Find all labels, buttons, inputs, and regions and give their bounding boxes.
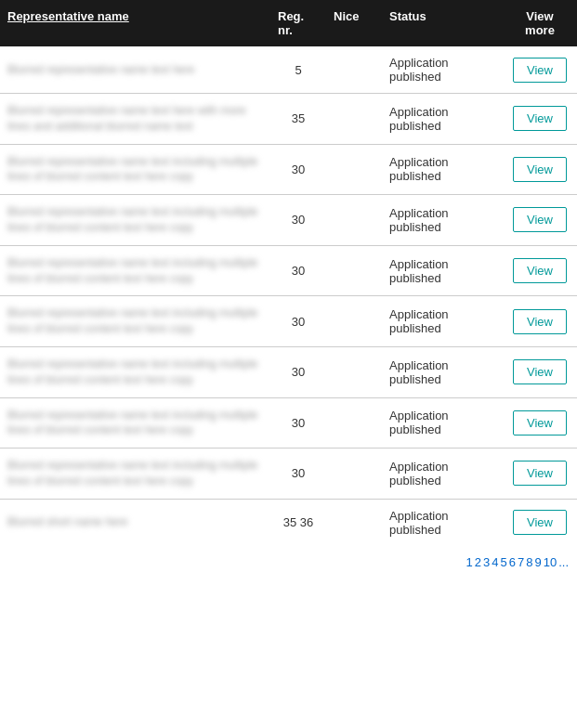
pagination-page-6[interactable]: 6 xyxy=(509,555,516,569)
pagination-page-9[interactable]: 9 xyxy=(534,555,541,569)
cell-representative-name: Blurred representative name text includi… xyxy=(0,448,270,500)
cell-nice xyxy=(326,397,382,448)
cell-representative-name: Blurred representative name text here wi… xyxy=(0,94,270,145)
cell-representative-name: Blurred representative name text includi… xyxy=(0,195,270,246)
view-button[interactable]: View xyxy=(513,157,567,182)
cell-representative-name: Blurred short name here xyxy=(0,499,270,546)
cell-representative-name: Blurred representative name text includi… xyxy=(0,296,270,347)
table-row: Blurred representative name text includi… xyxy=(0,448,577,500)
cell-nice xyxy=(326,499,382,546)
cell-nice xyxy=(326,296,382,347)
table-header-row: Representative name Reg. nr. Nice Status… xyxy=(0,0,577,46)
cell-status: Application published xyxy=(382,499,503,546)
view-button[interactable]: View xyxy=(513,461,567,486)
cell-representative-name: Blurred representative name text includi… xyxy=(0,346,270,397)
table-row: Blurred representative name text includi… xyxy=(0,346,577,397)
cell-view: View xyxy=(503,46,577,94)
table-row: Blurred representative name text here5Ap… xyxy=(0,46,577,94)
cell-status: Application published xyxy=(382,346,503,397)
cell-nice xyxy=(326,46,382,94)
cell-view: View xyxy=(503,296,577,347)
cell-nice xyxy=(326,94,382,145)
pagination-page-8[interactable]: 8 xyxy=(526,555,532,569)
cell-representative-name: Blurred representative name text includi… xyxy=(0,245,270,296)
cell-reg-nr: 30 xyxy=(270,195,326,246)
cell-view: View xyxy=(503,245,577,296)
pagination-page-5[interactable]: 5 xyxy=(501,555,507,569)
cell-representative-name: Blurred representative name text includi… xyxy=(0,144,270,195)
view-button[interactable]: View xyxy=(513,58,567,83)
cell-view: View xyxy=(503,94,577,145)
pagination-page-2[interactable]: 2 xyxy=(475,555,481,569)
pagination-page-1[interactable]: 1 xyxy=(466,555,473,569)
table-row: Blurred representative name text includi… xyxy=(0,245,577,296)
view-button[interactable]: View xyxy=(513,410,567,436)
view-button[interactable]: View xyxy=(513,258,567,283)
view-button[interactable]: View xyxy=(513,106,567,131)
view-button[interactable]: View xyxy=(513,207,567,232)
cell-status: Application published xyxy=(382,245,503,296)
col-header-status[interactable]: Status xyxy=(382,0,503,46)
cell-nice xyxy=(326,346,382,397)
cell-reg-nr: 35 36 xyxy=(270,499,326,546)
table-row: Blurred representative name text includi… xyxy=(0,296,577,347)
view-button[interactable]: View xyxy=(513,510,567,535)
view-button[interactable]: View xyxy=(513,359,567,384)
cell-status: Application published xyxy=(382,195,503,246)
pagination-page-7[interactable]: 7 xyxy=(518,555,524,569)
pagination-page-3[interactable]: 3 xyxy=(483,555,490,569)
cell-nice xyxy=(326,245,382,296)
table-row: Blurred representative name text includi… xyxy=(0,144,577,195)
results-table: Representative name Reg. nr. Nice Status… xyxy=(0,0,577,546)
cell-nice xyxy=(326,195,382,246)
cell-reg-nr: 30 xyxy=(270,296,326,347)
view-button[interactable]: View xyxy=(513,309,567,334)
cell-view: View xyxy=(503,195,577,246)
cell-view: View xyxy=(503,397,577,448)
col-header-view: View more xyxy=(503,0,577,46)
table-row: Blurred representative name text includi… xyxy=(0,195,577,246)
cell-status: Application published xyxy=(382,448,503,500)
col-header-reg[interactable]: Reg. nr. xyxy=(270,0,326,46)
table-row: Blurred representative name text includi… xyxy=(0,397,577,448)
cell-view: View xyxy=(503,346,577,397)
main-table-container: Representative name Reg. nr. Nice Status… xyxy=(0,0,577,578)
col-header-nice[interactable]: Nice xyxy=(326,0,382,46)
cell-reg-nr: 30 xyxy=(270,245,326,296)
cell-status: Application published xyxy=(382,94,503,145)
pagination-page-4[interactable]: 4 xyxy=(492,555,498,569)
cell-reg-nr: 30 xyxy=(270,448,326,500)
pagination-ellipsis: ... xyxy=(558,555,569,569)
table-body: Blurred representative name text here5Ap… xyxy=(0,46,577,546)
cell-status: Application published xyxy=(382,397,503,448)
cell-nice xyxy=(326,448,382,500)
cell-representative-name: Blurred representative name text here xyxy=(0,46,270,94)
table-row: Blurred short name here35 36Application … xyxy=(0,499,577,546)
cell-reg-nr: 30 xyxy=(270,346,326,397)
cell-reg-nr: 5 xyxy=(270,46,326,94)
cell-view: View xyxy=(503,448,577,500)
cell-status: Application published xyxy=(382,296,503,347)
pagination-page-10[interactable]: 10 xyxy=(544,555,557,569)
table-row: Blurred representative name text here wi… xyxy=(0,94,577,145)
col-header-name[interactable]: Representative name xyxy=(0,0,270,46)
cell-status: Application published xyxy=(382,144,503,195)
pagination: 12345678910... xyxy=(0,546,577,578)
cell-view: View xyxy=(503,144,577,195)
cell-view: View xyxy=(503,499,577,546)
cell-reg-nr: 30 xyxy=(270,144,326,195)
cell-reg-nr: 35 xyxy=(270,94,326,145)
cell-reg-nr: 30 xyxy=(270,397,326,448)
cell-status: Application published xyxy=(382,46,503,94)
cell-nice xyxy=(326,144,382,195)
cell-representative-name: Blurred representative name text includi… xyxy=(0,397,270,448)
